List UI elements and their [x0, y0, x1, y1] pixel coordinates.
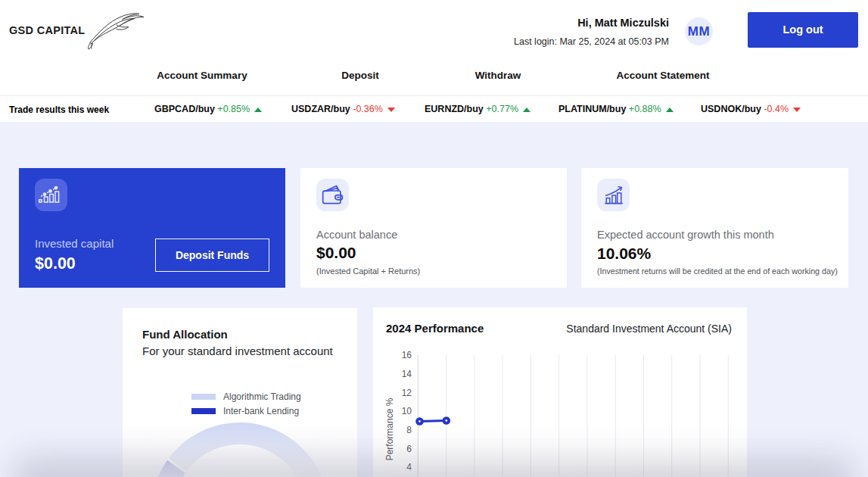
svg-text:8: 8: [406, 425, 412, 435]
svg-text:16: 16: [402, 350, 412, 360]
svg-text:6: 6: [406, 444, 412, 454]
svg-text:10: 10: [402, 406, 412, 416]
svg-text:12: 12: [402, 388, 412, 398]
svg-text:Performance %: Performance %: [384, 398, 395, 460]
svg-text:14: 14: [402, 369, 412, 379]
